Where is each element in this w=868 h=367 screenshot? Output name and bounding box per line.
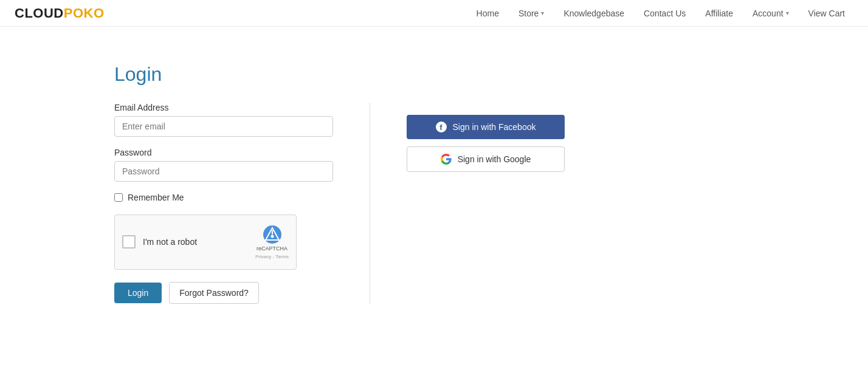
- google-icon: [441, 154, 452, 165]
- password-label: Password: [114, 148, 333, 157]
- password-group: Password: [114, 148, 333, 182]
- recaptcha-checkbox[interactable]: [122, 235, 136, 249]
- nav-store[interactable]: Store ▾: [510, 0, 553, 27]
- login-button[interactable]: Login: [114, 283, 162, 303]
- store-chevron-icon: ▾: [541, 10, 544, 16]
- remember-checkbox[interactable]: [114, 193, 123, 202]
- recaptcha-widget[interactable]: I'm not a robot reCAPTCHA Privacy - Term…: [114, 214, 297, 270]
- recaptcha-brand-label: reCAPTCHA: [257, 245, 288, 253]
- facebook-signin-label: Sign in with Facebook: [453, 122, 536, 132]
- password-input[interactable]: [114, 161, 333, 182]
- nav-account[interactable]: Account ▾: [744, 0, 797, 27]
- email-group: Email Address: [114, 103, 333, 137]
- page-title: Login: [114, 63, 754, 86]
- logo[interactable]: CLOUDPOKO: [15, 5, 105, 21]
- social-login-section: f Sign in with Facebook Sign in with Goo…: [407, 103, 754, 172]
- header: CLOUDPOKO Home Store ▾ Knowledgebase Con…: [0, 0, 868, 27]
- facebook-signin-button[interactable]: f Sign in with Facebook: [407, 115, 565, 139]
- account-chevron-icon: ▾: [786, 10, 789, 16]
- forgot-password-button[interactable]: Forgot Password?: [169, 282, 259, 304]
- vertical-divider: [370, 103, 370, 304]
- recaptcha-links: Privacy - Terms: [255, 254, 289, 259]
- login-form-section: Email Address Password Remember Me I'm n…: [114, 103, 333, 304]
- remember-row: Remember Me: [114, 193, 333, 202]
- recaptcha-label: I'm not a robot: [143, 237, 197, 247]
- recaptcha-logo-icon: [263, 225, 282, 244]
- google-signin-label: Sign in with Google: [458, 154, 531, 164]
- svg-point-1: [270, 235, 274, 238]
- remember-label: Remember Me: [128, 193, 184, 202]
- logo-poko: POKO: [64, 5, 105, 21]
- login-layout: Email Address Password Remember Me I'm n…: [114, 103, 754, 304]
- nav-contact[interactable]: Contact Us: [635, 0, 694, 27]
- main-content: Login Email Address Password Remember Me…: [100, 27, 768, 328]
- logo-cloud: CLOUD: [15, 5, 64, 21]
- google-signin-button[interactable]: Sign in with Google: [407, 146, 565, 172]
- main-nav: Home Store ▾ Knowledgebase Contact Us Af…: [468, 0, 853, 27]
- nav-knowledgebase[interactable]: Knowledgebase: [555, 0, 633, 27]
- nav-view-cart[interactable]: View Cart: [800, 0, 853, 27]
- form-actions: Login Forgot Password?: [114, 282, 333, 304]
- email-label: Email Address: [114, 103, 333, 112]
- facebook-icon: f: [436, 122, 447, 132]
- nav-affiliate[interactable]: Affiliate: [697, 0, 742, 27]
- nav-home[interactable]: Home: [468, 0, 508, 27]
- email-input[interactable]: [114, 116, 333, 137]
